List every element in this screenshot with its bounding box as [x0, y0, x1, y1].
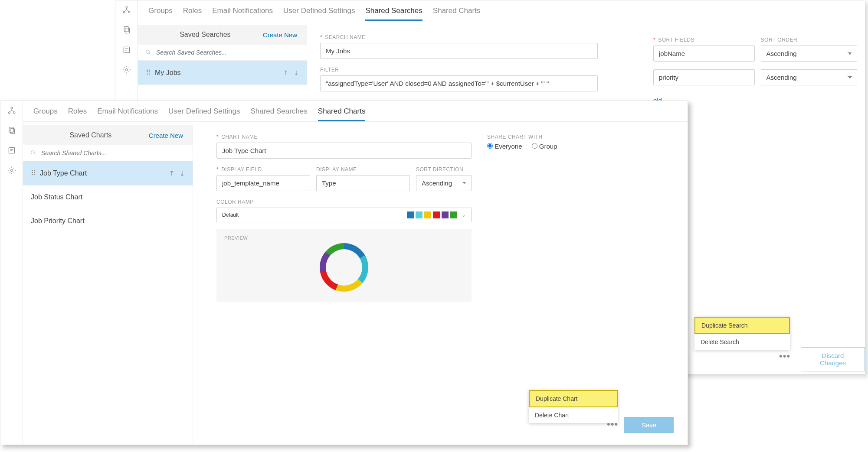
tab-groups[interactable]: Groups	[33, 107, 58, 121]
drag-handle-icon[interactable]: ⠿	[146, 68, 151, 77]
move-up-icon[interactable]: ⤒	[283, 69, 288, 76]
list-item-label: My Jobs	[155, 69, 181, 77]
more-actions-icon[interactable]: •••	[607, 419, 618, 430]
tab-user-defined[interactable]: User Defined Settings	[168, 107, 240, 121]
more-actions-icon[interactable]: •••	[779, 351, 790, 362]
swatch	[433, 211, 440, 218]
tab-email[interactable]: Email Notifications	[97, 107, 158, 121]
filter-input[interactable]	[320, 75, 598, 91]
color-ramp-select[interactable]: Default ⌄	[216, 208, 472, 222]
discard-changes-button[interactable]: Discard Changes	[801, 347, 865, 371]
search-name-label: SEARCH NAME	[320, 34, 598, 40]
svg-point-2	[128, 11, 130, 13]
display-field-input[interactable]	[216, 175, 310, 191]
tab-roles[interactable]: Roles	[183, 7, 202, 21]
color-ramp-value: Default	[222, 212, 239, 218]
chart-name-label: CHART NAME	[216, 134, 472, 140]
search-input[interactable]	[41, 150, 186, 156]
swatch	[450, 211, 457, 218]
svg-rect-3	[124, 27, 128, 32]
swatch	[416, 211, 423, 218]
search-input[interactable]	[156, 49, 300, 56]
sort-dir-select[interactable]: Ascending	[416, 175, 472, 191]
share-everyone-radio[interactable]: Everyone	[487, 143, 522, 150]
tab-roles[interactable]: Roles	[68, 107, 87, 121]
search-box[interactable]	[23, 145, 193, 161]
delete-search-item[interactable]: Delete Search	[694, 334, 790, 350]
copy-icon[interactable]	[7, 125, 17, 136]
duplicate-chart-item[interactable]: Duplicate Chart	[529, 390, 618, 407]
color-swatches	[407, 211, 457, 218]
chevron-down-icon: ⌄	[462, 212, 466, 218]
panel-header: Saved Charts Create New	[23, 125, 193, 145]
svg-point-1	[123, 11, 125, 13]
svg-point-10	[13, 112, 15, 114]
duplicate-search-item[interactable]: Duplicate Search	[694, 317, 790, 334]
swatch	[424, 211, 431, 218]
note-icon[interactable]	[121, 45, 132, 55]
tab-shared-charts[interactable]: Shared Charts	[433, 7, 481, 21]
panel-title: Saved Charts	[33, 131, 149, 139]
save-button[interactable]: Save	[624, 417, 674, 433]
top-tabs: Groups Roles Email Notifications User De…	[23, 101, 688, 122]
search-name-input[interactable]	[320, 43, 598, 59]
chart-name-input[interactable]	[216, 143, 472, 159]
sort-order-select-0[interactable]: Ascending	[761, 46, 857, 62]
tab-shared-charts[interactable]: Shared Charts	[318, 107, 366, 121]
list-item[interactable]: Job Status Chart	[23, 185, 193, 209]
color-ramp-label: COLOR RAMP	[216, 199, 472, 205]
tab-user-defined[interactable]: User Defined Settings	[283, 7, 355, 21]
svg-point-15	[31, 151, 35, 154]
copy-icon[interactable]	[121, 25, 132, 35]
preview-label: PREVIEW	[224, 235, 464, 241]
move-down-icon[interactable]: ⤓	[294, 69, 299, 76]
filter-label: FILTER	[320, 67, 598, 73]
list-item[interactable]: ⠿ Job Type Chart ⤒ ⤓	[23, 161, 193, 185]
svg-point-14	[10, 169, 13, 172]
search-icon	[30, 150, 37, 156]
shared-charts-window: Groups Roles Email Notifications User De…	[0, 101, 688, 445]
sort-columns: SORT FIELDS SORT ORDER Ascending Ascendi…	[653, 37, 857, 104]
search-icon	[145, 49, 152, 56]
share-chart-label: SHARE CHART WITH	[487, 134, 675, 140]
svg-point-0	[125, 7, 127, 8]
create-new-link[interactable]: Create New	[149, 132, 183, 139]
drag-handle-icon[interactable]: ⠿	[31, 169, 36, 177]
sort-order-select-1[interactable]: Ascending	[761, 69, 857, 85]
gear-icon[interactable]	[7, 165, 17, 176]
display-name-input[interactable]	[316, 175, 410, 191]
chart-preview: PREVIEW	[216, 229, 472, 302]
note-icon[interactable]	[7, 145, 17, 156]
delete-chart-item[interactable]: Delete Chart	[529, 407, 618, 423]
svg-point-8	[10, 107, 12, 109]
donut-chart	[320, 243, 368, 292]
move-down-icon[interactable]: ⤓	[180, 170, 185, 177]
sort-fields-label: SORT FIELDS	[653, 37, 755, 43]
move-up-icon[interactable]: ⤒	[169, 170, 174, 177]
svg-rect-5	[124, 47, 129, 52]
tab-shared-searches[interactable]: Shared Searches	[365, 7, 422, 21]
gear-icon[interactable]	[121, 65, 132, 75]
org-icon[interactable]	[121, 5, 132, 15]
share-group-radio[interactable]: Group	[532, 143, 557, 150]
sort-field-input-1[interactable]	[653, 69, 755, 85]
sort-field-input-0[interactable]	[653, 46, 755, 62]
sort-dir-label: SORT DIRECTION	[416, 166, 472, 172]
tab-email[interactable]: Email Notifications	[212, 7, 273, 21]
saved-charts-panel: Saved Charts Create New ⠿ Job Type Chart…	[23, 125, 193, 445]
org-icon[interactable]	[7, 105, 17, 116]
list-item[interactable]: Job Priority Chart	[23, 209, 193, 233]
sort-order-label: SORT ORDER	[761, 37, 857, 43]
tab-shared-searches[interactable]: Shared Searches	[250, 107, 307, 121]
svg-rect-13	[9, 147, 14, 153]
chart-actions-popup: Duplicate Chart Delete Chart	[529, 390, 618, 423]
swatch	[442, 211, 449, 218]
create-new-link[interactable]: Create New	[263, 31, 297, 39]
search-box[interactable]	[138, 45, 307, 61]
tab-groups[interactable]: Groups	[148, 7, 173, 21]
search-actions-popup: Duplicate Search Delete Search	[694, 317, 790, 350]
list-item[interactable]: ⠿ My Jobs ⤒ ⤓	[138, 61, 307, 85]
panel-title: Saved Searches	[147, 31, 263, 39]
left-rail	[0, 101, 23, 445]
top-tabs: Groups Roles Email Notifications User De…	[138, 0, 865, 21]
